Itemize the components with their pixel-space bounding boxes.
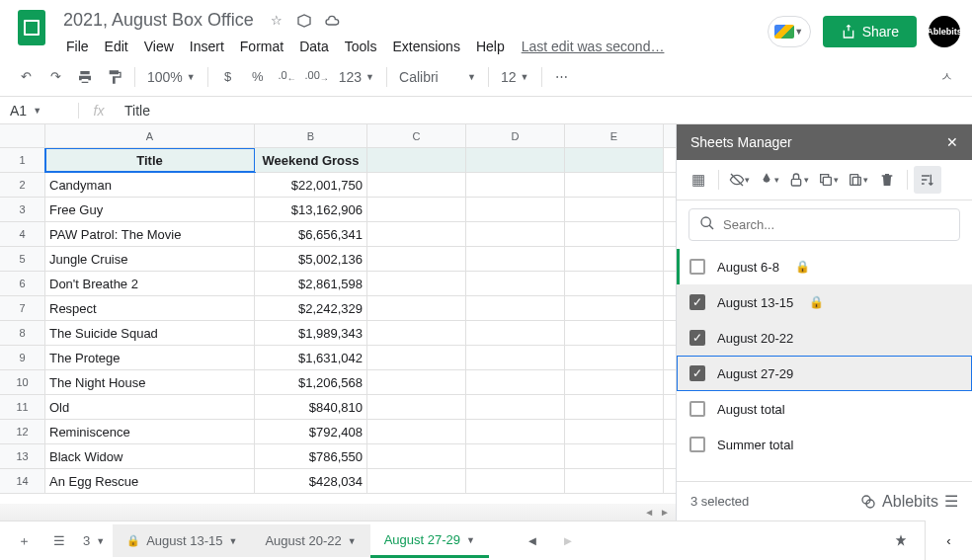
menu-extensions[interactable]: Extensions [385, 35, 466, 58]
cell[interactable] [466, 247, 565, 271]
col-header-e[interactable]: E [565, 124, 664, 147]
cell[interactable] [565, 444, 664, 468]
increase-decimal-button[interactable]: .00→ [303, 63, 331, 91]
cell[interactable] [367, 346, 466, 369]
chevron-down-icon[interactable]: ▼ [466, 535, 475, 545]
row-header[interactable]: 3 [0, 198, 45, 221]
ablebits-brand[interactable]: Ablebits ☰ [860, 492, 958, 511]
cell[interactable]: $1,989,343 [255, 321, 367, 345]
cell[interactable] [565, 247, 664, 271]
cell[interactable] [466, 469, 565, 493]
row-header[interactable]: 12 [0, 420, 45, 443]
cell[interactable]: $2,861,598 [255, 272, 367, 295]
last-edit-link[interactable]: Last edit was second… [522, 39, 665, 54]
cell[interactable] [565, 420, 664, 443]
cell[interactable]: $5,002,136 [255, 247, 367, 271]
cell[interactable] [367, 247, 466, 271]
checkbox[interactable]: ✓ [689, 294, 705, 310]
select-all-corner[interactable] [0, 124, 45, 147]
document-title[interactable]: 2021, August Box Office [59, 8, 258, 33]
cloud-status-icon[interactable] [323, 12, 341, 30]
copy-button[interactable]: ▾ [814, 166, 842, 194]
chevron-down-icon[interactable]: ▼ [229, 536, 238, 546]
cell[interactable]: Title [45, 148, 255, 172]
move-button[interactable]: ▾ [844, 166, 871, 194]
undo-button[interactable]: ↶ [12, 63, 40, 91]
search-box[interactable] [688, 208, 960, 241]
cell[interactable]: PAW Patrol: The Movie [45, 222, 255, 246]
cell[interactable]: Weekend Gross [255, 148, 367, 172]
cell[interactable] [466, 346, 565, 369]
row-header[interactable]: 13 [0, 444, 45, 468]
row-header[interactable]: 1 [0, 148, 45, 172]
sheet-list-item[interactable]: August total [677, 391, 972, 427]
number-format-selector[interactable]: 123 ▼ [333, 69, 380, 85]
sheet-tab[interactable]: August 27-29▼ [370, 524, 489, 558]
cell[interactable] [466, 370, 565, 394]
cell[interactable]: $1,206,568 [255, 370, 367, 394]
share-button[interactable]: Share [823, 16, 917, 47]
cell[interactable]: Jungle Cruise [45, 247, 255, 271]
delete-button[interactable] [873, 166, 901, 194]
select-all-button[interactable]: ▦ [685, 166, 712, 194]
cell[interactable] [367, 321, 466, 345]
cell[interactable] [367, 469, 466, 493]
row-header[interactable]: 6 [0, 272, 45, 295]
explore-button[interactable] [885, 525, 917, 557]
collapse-toolbar-button[interactable]: ㅅ [932, 63, 960, 91]
checkbox[interactable] [689, 401, 705, 417]
search-input[interactable] [723, 217, 949, 232]
name-box[interactable]: A1▼ [0, 103, 79, 119]
formula-input[interactable]: Title [119, 103, 972, 119]
close-icon[interactable]: ✕ [946, 134, 958, 150]
cell[interactable] [466, 198, 565, 221]
cell[interactable]: The Protege [45, 346, 255, 369]
cell[interactable] [466, 173, 565, 197]
cell[interactable] [565, 272, 664, 295]
row-header[interactable]: 10 [0, 370, 45, 394]
row-header[interactable]: 5 [0, 247, 45, 271]
cell[interactable] [367, 444, 466, 468]
cell[interactable]: $1,631,042 [255, 346, 367, 369]
tab-partial[interactable]: 3 ▼ [79, 525, 109, 556]
col-header-a[interactable]: A [45, 124, 255, 147]
col-header-c[interactable]: C [367, 124, 466, 147]
cell[interactable] [565, 148, 664, 172]
cell[interactable]: $22,001,750 [255, 173, 367, 197]
lock-button[interactable]: ▾ [784, 166, 812, 194]
all-sheets-button[interactable]: ☰ [43, 525, 75, 557]
currency-button[interactable]: $ [214, 63, 242, 91]
cell[interactable] [565, 296, 664, 320]
paint-format-button[interactable] [101, 63, 128, 91]
cell[interactable] [367, 222, 466, 246]
cell[interactable] [466, 420, 565, 443]
hamburger-icon[interactable]: ☰ [944, 492, 958, 511]
tab-scroll-right[interactable]: ► [552, 525, 584, 557]
cell[interactable] [565, 346, 664, 369]
cell[interactable]: $840,810 [255, 395, 367, 419]
cell[interactable] [367, 148, 466, 172]
cell[interactable] [565, 321, 664, 345]
star-icon[interactable]: ☆ [268, 12, 285, 30]
menu-format[interactable]: Format [233, 35, 290, 58]
cell[interactable] [466, 321, 565, 345]
menu-file[interactable]: File [59, 35, 96, 58]
decrease-decimal-button[interactable]: .0← [274, 63, 301, 91]
color-button[interactable]: ▾ [755, 166, 782, 194]
cell[interactable]: Old [45, 395, 255, 419]
cell[interactable]: Free Guy [45, 198, 255, 221]
cell[interactable]: $6,656,341 [255, 222, 367, 246]
row-header[interactable]: 2 [0, 173, 45, 197]
col-header-d[interactable]: D [466, 124, 565, 147]
menu-tools[interactable]: Tools [338, 35, 384, 58]
cell[interactable]: $786,550 [255, 444, 367, 468]
chevron-down-icon[interactable]: ▼ [348, 536, 357, 546]
sheet-list-item[interactable]: ✓August 27-29 [677, 356, 972, 391]
cell[interactable]: $428,034 [255, 469, 367, 493]
cell[interactable]: The Night House [45, 370, 255, 394]
cell[interactable] [565, 395, 664, 419]
cell[interactable] [367, 173, 466, 197]
cell[interactable] [466, 222, 565, 246]
row-header[interactable]: 7 [0, 296, 45, 320]
cell[interactable] [367, 198, 466, 221]
